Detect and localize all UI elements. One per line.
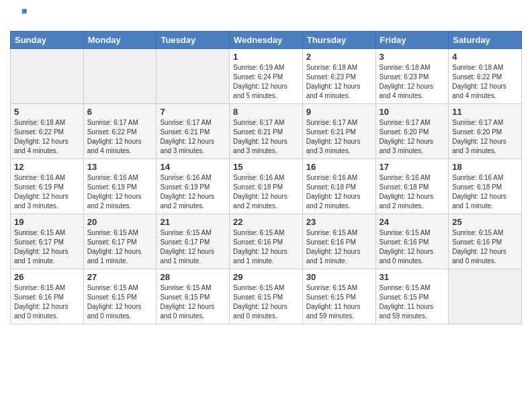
day-number: 20	[87, 217, 153, 227]
day-info: Sunrise: 6:15 AM Sunset: 6:16 PM Dayligh…	[233, 228, 299, 266]
day-number: 4	[452, 52, 518, 62]
day-info: Sunrise: 6:15 AM Sunset: 6:15 PM Dayligh…	[87, 283, 153, 321]
day-info: Sunrise: 6:15 AM Sunset: 6:15 PM Dayligh…	[380, 283, 445, 321]
day-number: 1	[233, 52, 299, 62]
day-info: Sunrise: 6:15 AM Sunset: 6:16 PM Dayligh…	[14, 283, 80, 321]
calendar-cell: 8Sunrise: 6:17 AM Sunset: 6:21 PM Daylig…	[230, 104, 303, 159]
day-info: Sunrise: 6:17 AM Sunset: 6:21 PM Dayligh…	[233, 118, 299, 156]
day-info: Sunrise: 6:16 AM Sunset: 6:19 PM Dayligh…	[160, 173, 226, 211]
day-number: 22	[233, 217, 299, 227]
day-number: 14	[160, 162, 226, 172]
page-container: SundayMondayTuesdayWednesdayThursdayFrid…	[0, 0, 532, 411]
calendar-cell: 11Sunrise: 6:17 AM Sunset: 6:20 PM Dayli…	[449, 104, 522, 159]
weekday-header-friday: Friday	[375, 32, 449, 49]
calendar-cell: 22Sunrise: 6:15 AM Sunset: 6:16 PM Dayli…	[230, 214, 303, 269]
day-number: 8	[233, 107, 299, 117]
calendar-cell: 29Sunrise: 6:15 AM Sunset: 6:15 PM Dayli…	[230, 269, 303, 324]
day-number: 2	[306, 52, 372, 62]
day-number: 15	[233, 162, 299, 172]
calendar-cell	[449, 269, 522, 324]
day-number: 18	[452, 162, 518, 172]
day-info: Sunrise: 6:18 AM Sunset: 6:22 PM Dayligh…	[452, 63, 518, 101]
header	[10, 7, 522, 26]
day-number: 23	[306, 217, 372, 227]
day-number: 24	[380, 217, 445, 227]
day-info: Sunrise: 6:15 AM Sunset: 6:15 PM Dayligh…	[306, 283, 372, 321]
logo	[10, 7, 32, 26]
calendar-cell: 27Sunrise: 6:15 AM Sunset: 6:15 PM Dayli…	[83, 269, 157, 324]
calendar-cell: 25Sunrise: 6:15 AM Sunset: 6:16 PM Dayli…	[449, 214, 522, 269]
calendar-cell: 17Sunrise: 6:16 AM Sunset: 6:18 PM Dayli…	[375, 159, 449, 214]
day-info: Sunrise: 6:15 AM Sunset: 6:16 PM Dayligh…	[306, 228, 372, 266]
calendar-cell: 9Sunrise: 6:17 AM Sunset: 6:21 PM Daylig…	[302, 104, 375, 159]
day-number: 17	[380, 162, 445, 172]
day-info: Sunrise: 6:16 AM Sunset: 6:19 PM Dayligh…	[87, 173, 153, 211]
week-row-4: 19Sunrise: 6:15 AM Sunset: 6:17 PM Dayli…	[11, 214, 522, 269]
day-info: Sunrise: 6:15 AM Sunset: 6:16 PM Dayligh…	[380, 228, 445, 266]
day-number: 10	[380, 107, 445, 117]
calendar-table: SundayMondayTuesdayWednesdayThursdayFrid…	[10, 31, 522, 324]
weekday-header-thursday: Thursday	[302, 32, 375, 49]
calendar-cell	[157, 49, 230, 104]
calendar-cell: 5Sunrise: 6:18 AM Sunset: 6:22 PM Daylig…	[11, 104, 84, 159]
calendar-cell: 23Sunrise: 6:15 AM Sunset: 6:16 PM Dayli…	[302, 214, 375, 269]
calendar-cell: 6Sunrise: 6:17 AM Sunset: 6:22 PM Daylig…	[83, 104, 157, 159]
calendar-cell: 18Sunrise: 6:16 AM Sunset: 6:18 PM Dayli…	[449, 159, 522, 214]
calendar-cell: 26Sunrise: 6:15 AM Sunset: 6:16 PM Dayli…	[11, 269, 84, 324]
week-row-1: 1Sunrise: 6:19 AM Sunset: 6:24 PM Daylig…	[11, 49, 522, 104]
day-info: Sunrise: 6:15 AM Sunset: 6:16 PM Dayligh…	[452, 228, 518, 266]
day-info: Sunrise: 6:17 AM Sunset: 6:20 PM Dayligh…	[452, 118, 518, 156]
calendar-cell	[11, 49, 84, 104]
calendar-cell: 19Sunrise: 6:15 AM Sunset: 6:17 PM Dayli…	[11, 214, 84, 269]
calendar-cell: 30Sunrise: 6:15 AM Sunset: 6:15 PM Dayli…	[302, 269, 375, 324]
weekday-header-wednesday: Wednesday	[230, 32, 303, 49]
day-number: 12	[14, 162, 80, 172]
logo-icon	[10, 7, 29, 26]
day-number: 26	[14, 272, 80, 282]
day-info: Sunrise: 6:15 AM Sunset: 6:15 PM Dayligh…	[160, 283, 226, 321]
calendar-cell: 12Sunrise: 6:16 AM Sunset: 6:19 PM Dayli…	[11, 159, 84, 214]
day-info: Sunrise: 6:18 AM Sunset: 6:22 PM Dayligh…	[14, 118, 80, 156]
calendar-cell: 7Sunrise: 6:17 AM Sunset: 6:21 PM Daylig…	[157, 104, 230, 159]
day-number: 5	[14, 107, 80, 117]
calendar-cell: 20Sunrise: 6:15 AM Sunset: 6:17 PM Dayli…	[83, 214, 157, 269]
day-info: Sunrise: 6:19 AM Sunset: 6:24 PM Dayligh…	[233, 63, 299, 101]
day-number: 19	[14, 217, 80, 227]
day-number: 28	[160, 272, 226, 282]
day-number: 29	[233, 272, 299, 282]
weekday-header-tuesday: Tuesday	[157, 32, 230, 49]
day-number: 21	[160, 217, 226, 227]
calendar-cell: 28Sunrise: 6:15 AM Sunset: 6:15 PM Dayli…	[157, 269, 230, 324]
calendar-cell: 31Sunrise: 6:15 AM Sunset: 6:15 PM Dayli…	[375, 269, 449, 324]
day-info: Sunrise: 6:17 AM Sunset: 6:21 PM Dayligh…	[160, 118, 226, 156]
day-info: Sunrise: 6:16 AM Sunset: 6:18 PM Dayligh…	[306, 173, 372, 211]
weekday-header-row: SundayMondayTuesdayWednesdayThursdayFrid…	[11, 32, 522, 49]
day-info: Sunrise: 6:15 AM Sunset: 6:17 PM Dayligh…	[14, 228, 80, 266]
day-info: Sunrise: 6:15 AM Sunset: 6:17 PM Dayligh…	[160, 228, 226, 266]
weekday-header-monday: Monday	[83, 32, 157, 49]
calendar-cell: 21Sunrise: 6:15 AM Sunset: 6:17 PM Dayli…	[157, 214, 230, 269]
day-number: 13	[87, 162, 153, 172]
calendar-cell: 16Sunrise: 6:16 AM Sunset: 6:18 PM Dayli…	[302, 159, 375, 214]
calendar-cell: 3Sunrise: 6:18 AM Sunset: 6:23 PM Daylig…	[375, 49, 449, 104]
day-number: 3	[380, 52, 445, 62]
calendar-cell: 4Sunrise: 6:18 AM Sunset: 6:22 PM Daylig…	[449, 49, 522, 104]
day-number: 25	[452, 217, 518, 227]
weekday-header-sunday: Sunday	[11, 32, 84, 49]
day-number: 11	[452, 107, 518, 117]
day-number: 27	[87, 272, 153, 282]
week-row-2: 5Sunrise: 6:18 AM Sunset: 6:22 PM Daylig…	[11, 104, 522, 159]
day-info: Sunrise: 6:16 AM Sunset: 6:19 PM Dayligh…	[14, 173, 80, 211]
day-info: Sunrise: 6:18 AM Sunset: 6:23 PM Dayligh…	[380, 63, 445, 101]
day-number: 31	[380, 272, 445, 282]
week-row-3: 12Sunrise: 6:16 AM Sunset: 6:19 PM Dayli…	[11, 159, 522, 214]
calendar-cell	[83, 49, 157, 104]
calendar-cell: 1Sunrise: 6:19 AM Sunset: 6:24 PM Daylig…	[230, 49, 303, 104]
day-number: 9	[306, 107, 372, 117]
day-number: 6	[87, 107, 153, 117]
calendar-cell: 24Sunrise: 6:15 AM Sunset: 6:16 PM Dayli…	[375, 214, 449, 269]
day-number: 7	[160, 107, 226, 117]
weekday-header-saturday: Saturday	[449, 32, 522, 49]
day-number: 30	[306, 272, 372, 282]
day-number: 16	[306, 162, 372, 172]
